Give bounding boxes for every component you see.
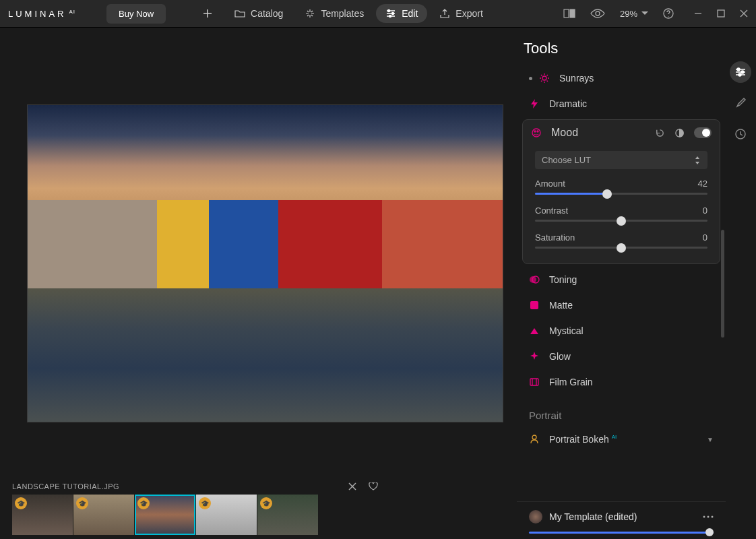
app-logo: LUMINAR AI xyxy=(8,9,75,19)
mood-icon xyxy=(531,127,542,138)
tool-label: Sunrays xyxy=(559,73,594,84)
help-icon[interactable] xyxy=(663,8,674,19)
close-button[interactable] xyxy=(740,9,748,18)
header-right: 29% xyxy=(563,8,748,19)
tool-dramatic[interactable]: Dramatic xyxy=(522,91,720,117)
nav-templates[interactable]: Templates xyxy=(295,4,373,23)
side-tab-history[interactable] xyxy=(730,123,751,145)
eye-icon[interactable] xyxy=(590,8,605,19)
toning-icon xyxy=(529,274,540,285)
graduation-badge-icon: 🎓 xyxy=(137,497,150,509)
side-tab-brush[interactable] xyxy=(730,92,751,114)
slider-thumb[interactable] xyxy=(617,243,626,253)
lut-dropdown[interactable]: Choose LUT xyxy=(535,151,707,169)
tool-label: Film Grain xyxy=(549,377,593,387)
graduation-badge-icon: 🎓 xyxy=(76,497,88,509)
tool-film-grain[interactable]: Film Grain xyxy=(522,369,720,395)
maximize-button[interactable] xyxy=(717,9,725,18)
svg-rect-3 xyxy=(564,9,569,18)
tool-matte[interactable]: Matte xyxy=(522,292,720,318)
template-menu-icon[interactable] xyxy=(703,515,714,518)
svg-rect-15 xyxy=(530,301,538,309)
filename-row: LANDSCAPE TUTORIAL.JPG xyxy=(12,478,505,495)
slider-thumb[interactable] xyxy=(617,216,626,226)
filmstrip-area: LANDSCAPE TUTORIAL.JPG 🎓 🎓 🎓 🎓 🎓 xyxy=(0,478,517,539)
tool-mystical[interactable]: Mystical xyxy=(522,318,720,344)
svg-point-11 xyxy=(537,131,538,132)
export-icon xyxy=(439,8,450,19)
nav-templates-label: Templates xyxy=(321,8,364,19)
tool-mood-header[interactable]: Mood xyxy=(523,120,720,146)
buy-now-button[interactable]: Buy Now xyxy=(106,4,166,24)
saturation-slider-row: Saturation 0 xyxy=(535,232,707,249)
tool-sunrays[interactable]: Sunrays xyxy=(522,65,720,91)
thumbnail-1[interactable]: 🎓 xyxy=(12,495,73,535)
minimize-button[interactable] xyxy=(694,9,702,18)
chevron-down-icon: ▼ xyxy=(707,436,714,443)
thumbnail-2[interactable]: 🎓 xyxy=(73,495,134,535)
portrait-section-label: Portrait xyxy=(522,395,720,426)
template-intensity-slider[interactable] xyxy=(529,532,714,534)
graduation-badge-icon: 🎓 xyxy=(199,497,211,509)
active-dot-icon xyxy=(529,77,532,80)
amount-slider[interactable] xyxy=(535,193,707,195)
graduation-badge-icon: 🎓 xyxy=(260,497,272,509)
amount-slider-row: Amount 42 xyxy=(535,179,707,195)
template-name: My Template (edited) xyxy=(549,511,696,522)
nav-catalog[interactable]: Catalog xyxy=(225,4,292,23)
thumbnail-5[interactable]: 🎓 xyxy=(257,495,318,535)
side-tab-edit[interactable] xyxy=(730,61,751,83)
tools-panel: Tools Sunrays Dramatic Mood xyxy=(517,28,726,539)
reset-icon[interactable] xyxy=(655,128,665,138)
svg-rect-7 xyxy=(718,10,724,17)
tool-label: Portrait BokehAI xyxy=(549,434,617,445)
nav-edit[interactable]: Edit xyxy=(376,4,427,23)
contrast-slider[interactable] xyxy=(535,220,707,222)
zoom-control[interactable]: 29% xyxy=(620,9,648,19)
current-filename: LANDSCAPE TUTORIAL.JPG xyxy=(12,482,119,490)
scrollbar[interactable] xyxy=(721,230,724,338)
reject-icon[interactable] xyxy=(348,482,356,490)
slider-thumb[interactable] xyxy=(705,528,714,536)
mood-controls: Choose LUT Amount 42 xyxy=(523,146,720,263)
canvas-image[interactable] xyxy=(27,104,503,422)
compare-icon[interactable] xyxy=(563,9,575,18)
svg-point-8 xyxy=(542,76,546,80)
logo-text: LUMINAR xyxy=(8,9,67,19)
tool-enable-toggle[interactable] xyxy=(694,127,712,138)
app-header: LUMINAR AI Buy Now Catalog Templates Edi… xyxy=(0,0,756,28)
mystical-icon xyxy=(529,325,540,336)
thumbnail-4[interactable]: 🎓 xyxy=(196,495,257,535)
slider-value: 42 xyxy=(697,179,707,189)
svg-point-21 xyxy=(737,68,740,71)
svg-point-22 xyxy=(741,71,744,73)
folder-icon xyxy=(234,8,245,19)
slider-thumb[interactable] xyxy=(602,189,612,199)
svg-point-19 xyxy=(707,516,709,518)
updown-icon xyxy=(694,156,701,164)
slider-value: 0 xyxy=(703,232,707,243)
tool-portrait-bokeh[interactable]: Portrait BokehAI ▼ xyxy=(522,426,720,452)
svg-point-10 xyxy=(534,131,536,132)
mask-icon[interactable] xyxy=(674,128,685,138)
tool-toning[interactable]: Toning xyxy=(522,267,720,292)
nav-export[interactable]: Export xyxy=(430,4,492,23)
svg-rect-4 xyxy=(570,9,575,18)
sliders-icon xyxy=(385,8,396,19)
tools-panel-title: Tools xyxy=(517,28,726,65)
canvas-area: LANDSCAPE TUTORIAL.JPG 🎓 🎓 🎓 🎓 🎓 xyxy=(0,28,517,539)
favorite-icon[interactable] xyxy=(369,482,378,490)
thumbnail-3[interactable]: 🎓 xyxy=(135,495,195,535)
lut-placeholder: Choose LUT xyxy=(542,155,591,165)
main-area: LANDSCAPE TUTORIAL.JPG 🎓 🎓 🎓 🎓 🎓 Tools xyxy=(0,28,756,539)
zoom-value: 29% xyxy=(620,9,637,19)
tool-mood-expanded: Mood Choose LUT Amount xyxy=(522,119,720,264)
glow-icon xyxy=(529,351,540,362)
ai-badge: AI xyxy=(612,434,617,440)
svg-point-9 xyxy=(532,129,540,137)
saturation-slider[interactable] xyxy=(535,247,707,249)
nav-add[interactable] xyxy=(193,4,222,23)
tool-glow[interactable]: Glow xyxy=(522,344,720,369)
template-bar: My Template (edited) xyxy=(517,501,726,539)
slider-label: Contrast xyxy=(535,205,568,216)
